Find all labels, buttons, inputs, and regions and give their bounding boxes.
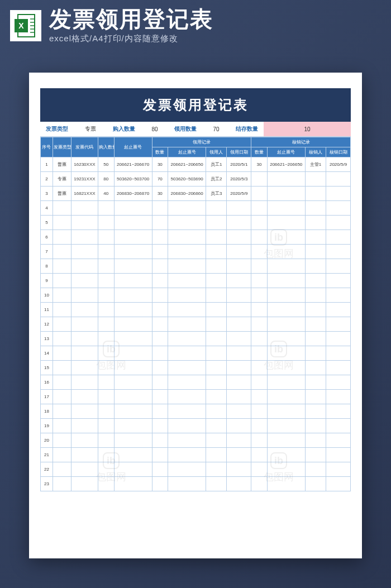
cell-uqty — [152, 404, 168, 419]
cell-type — [53, 361, 71, 375]
cell-urange — [168, 448, 206, 462]
cell-vqty — [251, 361, 268, 375]
cell-range — [114, 404, 152, 419]
cell-vperson — [305, 375, 326, 390]
cell-urange: 206621~206650 — [168, 157, 206, 172]
cell-uqty — [152, 419, 168, 433]
cell-vdate — [326, 317, 351, 332]
cell-vdate — [326, 346, 351, 361]
cell-seq: 13 — [41, 332, 53, 346]
cell-seq: 17 — [41, 390, 53, 404]
cell-vdate — [326, 230, 351, 245]
cell-vperson — [305, 274, 326, 288]
cell-vrange — [267, 433, 305, 448]
cell-urange — [168, 332, 206, 346]
cell-uqty — [152, 259, 168, 274]
cell-vdate: 2020/5/9 — [326, 157, 351, 172]
cell-code — [71, 332, 98, 346]
cell-seq: 16 — [41, 375, 53, 390]
cell-vperson — [305, 172, 326, 187]
cell-vdate — [326, 390, 351, 404]
cell-buyqty — [98, 259, 115, 274]
cell-seq: 8 — [41, 259, 53, 274]
cell-seq: 21 — [41, 448, 53, 462]
cell-udate — [227, 477, 251, 491]
cell-code — [71, 259, 98, 274]
cell-urange — [168, 346, 206, 361]
col-buyqty: 购入数量 — [98, 137, 115, 157]
cell-vdate — [326, 288, 351, 303]
cell-code — [71, 303, 98, 317]
cell-udate — [227, 404, 251, 419]
summary-buy-value: 80 — [141, 122, 169, 136]
cell-type — [53, 462, 71, 477]
cell-seq: 15 — [41, 361, 53, 375]
table-body: 1普票16230XXX50206621~20667030206621~20665… — [41, 157, 351, 491]
cell-udate — [227, 433, 251, 448]
cell-vrange — [267, 361, 305, 375]
cell-vperson — [305, 201, 326, 216]
cell-uqty — [152, 332, 168, 346]
cell-buyqty — [98, 245, 115, 259]
table-row: 5 — [41, 216, 351, 230]
table-row: 15 — [41, 361, 351, 375]
cell-vrange — [267, 288, 305, 303]
cell-udate — [227, 245, 251, 259]
cell-udate — [227, 303, 251, 317]
cell-type — [53, 332, 71, 346]
cell-vrange — [267, 274, 305, 288]
cell-udate — [227, 288, 251, 303]
col-seq: 序号 — [41, 137, 53, 157]
cell-type: 专票 — [53, 172, 71, 187]
cell-type — [53, 245, 71, 259]
cell-vqty — [251, 332, 268, 346]
cell-vqty — [251, 201, 268, 216]
cell-range: 503620~503700 — [114, 172, 152, 187]
cell-vrange — [267, 303, 305, 317]
cell-udate — [227, 462, 251, 477]
cell-type — [53, 477, 71, 491]
cell-type — [53, 216, 71, 230]
cell-type: 普票 — [53, 187, 71, 201]
cell-vrange — [267, 259, 305, 274]
cell-type — [53, 230, 71, 245]
cell-code: 16230XXX — [71, 157, 98, 172]
col-type: 发票类型 — [53, 137, 71, 157]
cell-code: 19231XXX — [71, 172, 98, 187]
cell-urange — [168, 375, 206, 390]
cell-vdate — [326, 361, 351, 375]
cell-type — [53, 448, 71, 462]
cell-vrange — [267, 462, 305, 477]
document-title: 发票领用登记表 — [40, 88, 351, 122]
cell-vperson — [305, 259, 326, 274]
cell-seq: 11 — [41, 303, 53, 317]
cell-code — [71, 201, 98, 216]
cell-vrange — [267, 332, 305, 346]
cell-uqty — [152, 230, 168, 245]
cell-buyqty — [98, 390, 115, 404]
cell-buyqty — [98, 477, 115, 491]
cell-urange — [168, 274, 206, 288]
table-row: 21 — [41, 448, 351, 462]
cell-uperson — [206, 274, 227, 288]
cell-uqty — [152, 462, 168, 477]
cell-udate — [227, 346, 251, 361]
cell-uperson — [206, 448, 227, 462]
cell-vqty — [251, 462, 268, 477]
summary-row: 发票类型 专票 购入数量 80 领用数量 70 结存数量 10 — [40, 122, 351, 137]
cell-udate — [227, 419, 251, 433]
cell-seq: 23 — [41, 477, 53, 491]
cell-uperson — [206, 375, 227, 390]
cell-vqty — [251, 390, 268, 404]
cell-code — [71, 245, 98, 259]
cell-vrange — [267, 216, 305, 230]
cell-uqty — [152, 274, 168, 288]
cell-seq: 10 — [41, 288, 53, 303]
cell-vrange — [267, 346, 305, 361]
cell-seq: 14 — [41, 346, 53, 361]
cell-seq: 18 — [41, 404, 53, 419]
cell-type — [53, 274, 71, 288]
table-row: 13 — [41, 332, 351, 346]
cell-urange — [168, 245, 206, 259]
col-verify-date: 核销日期 — [326, 147, 351, 157]
